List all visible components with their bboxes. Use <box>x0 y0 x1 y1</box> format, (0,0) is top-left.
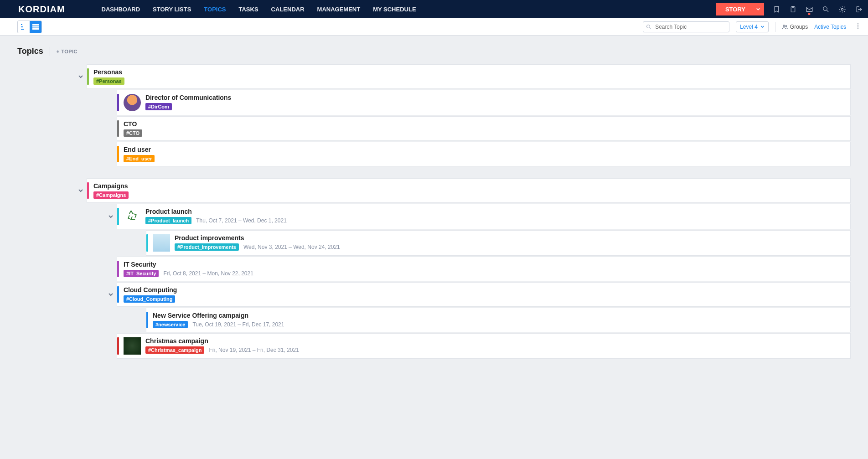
bookmark-icon[interactable] <box>772 5 780 13</box>
nav-my-schedule[interactable]: MY SCHEDULE <box>373 6 416 13</box>
people-icon <box>782 24 788 30</box>
groups-link[interactable]: Groups <box>782 24 808 30</box>
topic-tag[interactable]: #newservice <box>153 321 188 328</box>
expand-toggle[interactable] <box>107 291 114 298</box>
color-bar <box>117 337 119 355</box>
story-button-group: STORY <box>716 3 764 15</box>
topic-group-christmas: Christmas campaign #Christmas_campaign F… <box>117 333 851 359</box>
avatar <box>124 94 141 111</box>
topic-tag[interactable]: #DirCom <box>145 103 172 110</box>
topic-row-it-security[interactable]: IT Security #IT_Security Fri, Oct 8, 202… <box>117 257 851 281</box>
chevron-down-icon <box>760 25 765 29</box>
divider <box>50 47 50 56</box>
nav-story-lists[interactable]: STORY LISTS <box>153 6 191 13</box>
search-box <box>643 21 729 32</box>
clipboard-icon[interactable] <box>789 5 797 13</box>
expand-toggle[interactable] <box>77 187 84 194</box>
search-icon[interactable] <box>822 5 830 13</box>
topic-row-campaigns[interactable]: Campaigns #Campaigns <box>87 178 851 203</box>
topic-row-personas[interactable]: Personas #Personas <box>87 64 851 89</box>
topic-tag[interactable]: #Personas <box>93 77 124 85</box>
topic-row-enduser[interactable]: End user #End_user <box>117 142 851 166</box>
topic-tag[interactable]: #Cloud_Computing <box>124 295 175 303</box>
search-icon <box>646 24 651 30</box>
toolbar: Level 4 Groups Active Topics <box>0 18 868 36</box>
nav-management[interactable]: MANAGEMENT <box>317 6 361 13</box>
topic-group-product-launch: Product launch #Product_launch Thu, Oct … <box>117 204 851 229</box>
chevron-down-icon <box>756 7 760 11</box>
color-bar <box>117 261 119 277</box>
svg-point-10 <box>785 25 787 26</box>
topic-row-dircom[interactable]: Director of Communications #DirCom <box>117 90 851 115</box>
nav-calendar[interactable]: CALENDAR <box>271 6 305 13</box>
color-bar <box>146 234 148 252</box>
svg-point-9 <box>783 25 785 26</box>
active-topics-link[interactable]: Active Topics <box>814 24 846 30</box>
topic-tag[interactable]: #Christmas_campaign <box>145 346 204 354</box>
mail-icon[interactable] <box>805 5 813 13</box>
topics-list: Personas #Personas Director of Communica… <box>0 64 868 378</box>
topic-row-product-launch[interactable]: Product launch #Product_launch Thu, Oct … <box>117 204 851 229</box>
topic-title: Christmas campaign <box>145 337 299 345</box>
topic-dates: Thu, Oct 7, 2021 – Wed, Dec 1, 2021 <box>196 217 287 224</box>
color-bar <box>117 146 119 162</box>
gear-icon[interactable] <box>838 5 846 13</box>
topic-title: Personas <box>93 68 124 76</box>
color-bar <box>117 94 119 111</box>
nav-topics[interactable]: TOPICS <box>204 6 226 13</box>
topic-tag[interactable]: #Campaigns <box>93 191 129 199</box>
color-bar <box>146 312 148 328</box>
expand-toggle[interactable] <box>107 213 114 220</box>
view-outline-button[interactable] <box>18 21 30 33</box>
topic-tag[interactable]: #Product_launch <box>145 217 191 224</box>
topic-title: Product improvements <box>175 234 340 242</box>
logo-text: KORDIAM <box>18 4 65 15</box>
color-bar <box>117 120 119 137</box>
color-bar <box>117 286 119 303</box>
new-story-button[interactable]: STORY <box>716 3 752 15</box>
svg-point-12 <box>858 26 858 26</box>
story-button-dropdown[interactable] <box>752 3 764 15</box>
topic-group-cto: CTO #CTO <box>117 116 851 141</box>
topic-group-it-security: IT Security #IT_Security Fri, Oct 8, 202… <box>117 257 851 281</box>
topic-title: New Service Offering campaign <box>153 312 284 319</box>
topic-tag[interactable]: #CTO <box>124 129 142 137</box>
view-list-button[interactable] <box>30 21 41 33</box>
svg-point-4 <box>841 8 843 10</box>
thumbnail <box>153 234 170 252</box>
nav-tasks[interactable]: TASKS <box>239 6 258 13</box>
topic-title: IT Security <box>124 261 253 268</box>
add-topic-button[interactable]: + TOPIC <box>57 49 78 54</box>
expand-toggle[interactable] <box>77 73 84 80</box>
logout-icon[interactable] <box>854 5 863 13</box>
nav-dashboard[interactable]: DASHBOARD <box>102 6 140 13</box>
topic-tag[interactable]: #Product_improvements <box>175 243 239 251</box>
topic-dates: Tue, Oct 19, 2021 – Fri, Dec 17, 2021 <box>192 321 284 328</box>
topic-tag[interactable]: #IT_Security <box>124 270 159 277</box>
topic-group-campaigns: Campaigns #Campaigns <box>87 178 851 203</box>
groups-label: Groups <box>790 24 808 30</box>
topic-row-newservice[interactable]: New Service Offering campaign #newservic… <box>146 308 851 332</box>
svg-rect-7 <box>32 28 39 30</box>
topic-row-cto[interactable]: CTO #CTO <box>117 116 851 141</box>
topic-group-dircom: Director of Communications #DirCom <box>117 90 851 115</box>
topic-row-product-improvements[interactable]: Product improvements #Product_improvemen… <box>146 230 851 256</box>
svg-point-8 <box>647 25 650 28</box>
search-input[interactable] <box>643 21 729 32</box>
topic-title: Cloud Computing <box>124 286 177 294</box>
nav-links: DASHBOARD STORY LISTS TOPICS TASKS CALEN… <box>102 6 416 13</box>
svg-point-13 <box>858 27 858 28</box>
more-menu[interactable] <box>852 22 863 31</box>
topic-title: Product launch <box>145 208 287 215</box>
recycle-icon <box>124 208 141 225</box>
topic-tag[interactable]: #End_user <box>124 155 155 162</box>
topic-dates: Fri, Oct 8, 2021 – Mon, Nov 22, 2021 <box>163 270 253 277</box>
topic-group-enduser: End user #End_user <box>117 142 851 166</box>
level-dropdown[interactable]: Level 4 <box>736 21 769 32</box>
topic-row-cloud[interactable]: Cloud Computing #Cloud_Computing <box>117 282 851 307</box>
svg-rect-5 <box>32 24 39 26</box>
topic-row-christmas[interactable]: Christmas campaign #Christmas_campaign F… <box>117 333 851 359</box>
page-header: Topics + TOPIC <box>0 36 868 64</box>
topic-dates: Fri, Nov 19, 2021 – Fri, Dec 31, 2021 <box>209 347 299 353</box>
notification-dot <box>808 13 811 15</box>
